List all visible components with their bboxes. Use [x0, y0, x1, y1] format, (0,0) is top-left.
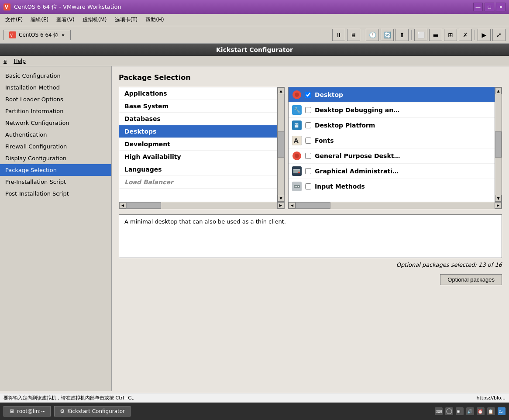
detail-hscroll-left[interactable]: ◀	[289, 202, 296, 209]
pkg-detail-debugging[interactable]: 🔧 Desktop Debugging an…	[289, 103, 495, 118]
pkg-detail-hscrollbar[interactable]: ◀ ▶	[289, 202, 502, 209]
pkg-high-availability[interactable]: High Availability	[119, 151, 277, 163]
close-button[interactable]: ✕	[496, 3, 506, 11]
detail-hscroll-space	[330, 202, 495, 209]
detail-hscroll-right[interactable]: ▶	[495, 202, 502, 209]
tray-icon-1: ⌨	[435, 407, 443, 415]
pkg-applications[interactable]: Applications	[119, 87, 277, 100]
toolbar-split-h[interactable]: ▬	[429, 29, 442, 41]
hscroll-thumb[interactable]	[126, 202, 161, 209]
pkg-development[interactable]: Development	[119, 138, 277, 151]
pkg-detail-desktop[interactable]: Desktop	[289, 87, 495, 103]
taskbar-terminal[interactable]: 🖥 root@lin:~	[3, 406, 51, 417]
pkg-load-balancer[interactable]: Load Balancer	[119, 176, 277, 189]
input-checkbox[interactable]	[305, 183, 311, 189]
svg-text:🗂: 🗂	[499, 409, 503, 414]
toolbar-clock[interactable]: 🕐	[366, 29, 379, 41]
hscroll-right-btn[interactable]: ▶	[277, 202, 284, 209]
pkg-detail-general[interactable]: General Purpose Deskt…	[289, 148, 495, 164]
fonts-checkbox[interactable]	[305, 138, 311, 144]
pkg-detail-platform[interactable]: 🖥 Desktop Platform	[289, 118, 495, 133]
tray-icon-6: 📋	[487, 407, 495, 415]
menu-tabs[interactable]: 选项卡(T)	[111, 15, 141, 24]
toolbar-split-v[interactable]: ⬜	[414, 29, 427, 41]
pkg-desktops[interactable]: Desktops	[119, 125, 277, 138]
right-panel: Package Selection Applications Base Syst…	[112, 66, 509, 391]
bottom-area: Optional packages selected: 13 of 16	[119, 262, 502, 268]
sidebar-item-package[interactable]: Package Selection	[0, 164, 111, 176]
detail-vscroll-thumb[interactable]	[495, 131, 502, 158]
toolbar-upload[interactable]: ⬆	[396, 29, 409, 41]
svg-point-19	[295, 154, 299, 158]
sidebar-item-firewall[interactable]: Firewall Configuration	[0, 141, 111, 152]
vscroll-thumb[interactable]	[278, 131, 284, 158]
detail-vscroll-up[interactable]: ▲	[495, 87, 502, 94]
platform-checkbox[interactable]	[305, 122, 311, 128]
vm-tab[interactable]: V CentOS 6 64 位 ✕	[3, 30, 71, 40]
toolbar-grid[interactable]: ⊞	[444, 29, 457, 41]
app-menu-help[interactable]: Help	[14, 58, 25, 64]
pkg-general-label: General Purpose Deskt…	[315, 152, 400, 159]
svg-text:🔊: 🔊	[467, 409, 473, 414]
hscroll-space	[161, 202, 277, 209]
minimize-button[interactable]: —	[473, 3, 483, 11]
toolbar-pause[interactable]: ⏸	[332, 29, 345, 41]
toolbar-refresh[interactable]: 🔄	[381, 29, 394, 41]
pkg-detail-input[interactable]: Input Methods	[289, 179, 495, 194]
taskbar-configurator[interactable]: ⚙ Kickstart Configurator	[54, 406, 131, 417]
desktop-checkbox[interactable]	[305, 92, 311, 98]
detail-vscroll-down[interactable]: ▼	[495, 195, 502, 202]
debugging-checkbox[interactable]	[305, 107, 311, 113]
package-list: Applications Base System Databases Deskt…	[119, 87, 277, 202]
hscroll-left-btn[interactable]: ◀	[119, 202, 126, 209]
package-area: Applications Base System Databases Deskt…	[119, 87, 502, 209]
vscroll-down-btn[interactable]: ▼	[278, 195, 284, 202]
toolbar-fullscreen[interactable]: ⤢	[492, 29, 506, 41]
general-checkbox[interactable]	[305, 153, 311, 159]
pkg-fonts-label: Fonts	[315, 137, 334, 144]
tab-close-button[interactable]: ✕	[61, 33, 65, 38]
toolbar-sep3	[475, 30, 475, 40]
pkg-list-vscrollbar[interactable]: ▲ ▼	[277, 87, 284, 202]
svg-text:V: V	[10, 33, 13, 38]
pkg-base-system[interactable]: Base System	[119, 100, 277, 113]
sidebar-item-boot-loader[interactable]: Boot Loader Options	[0, 93, 111, 105]
toolbar-terminal[interactable]: ▶	[478, 29, 491, 41]
sidebar-item-post-script[interactable]: Post-Installation Script	[0, 188, 111, 200]
detail-vscroll-top	[495, 94, 502, 131]
menu-vm[interactable]: 虚拟机(M)	[79, 15, 110, 24]
svg-text:🖥: 🖥	[293, 122, 299, 129]
pkg-detail-graphical[interactable]: Graphical Administrati…	[289, 164, 495, 179]
maximize-button[interactable]: □	[485, 3, 494, 11]
sidebar-item-partition[interactable]: Partition Information	[0, 105, 111, 117]
sidebar-item-display[interactable]: Display Configuration	[0, 152, 111, 164]
sidebar-item-pre-script[interactable]: Pre-Installation Script	[0, 176, 111, 188]
toolbar-monitor[interactable]: 🖥	[347, 29, 360, 41]
optional-packages-button[interactable]: Optional packages	[440, 274, 502, 285]
vscroll-up-btn[interactable]: ▲	[278, 87, 284, 94]
graphical-admin-icon	[292, 166, 302, 176]
graphical-checkbox[interactable]	[305, 168, 311, 174]
pkg-databases[interactable]: Databases	[119, 113, 277, 125]
svg-point-23	[298, 172, 300, 173]
tray-icon-7: 🗂	[498, 407, 506, 415]
sidebar-item-network[interactable]: Network Configuration	[0, 117, 111, 129]
sidebar-item-install-method[interactable]: Installation Method	[0, 82, 111, 93]
detail-hscroll-thumb[interactable]	[296, 202, 330, 209]
vscroll-space-bottom	[278, 158, 284, 195]
menu-help[interactable]: 帮助(H)	[142, 15, 167, 24]
pkg-list-hscrollbar[interactable]: ◀ ▶	[119, 202, 284, 209]
sidebar-item-auth[interactable]: Authentication	[0, 129, 111, 141]
pkg-detail-fonts[interactable]: A Fonts	[289, 133, 495, 148]
toolbar-x[interactable]: ✗	[459, 29, 472, 41]
menu-view[interactable]: 查看(V)	[53, 15, 78, 24]
menu-file[interactable]: 文件(F)	[2, 15, 26, 24]
vm-tab-label: CentOS 6 64 位	[19, 31, 58, 39]
app-window: Kickstart Configurator e Help Basic Conf…	[0, 44, 509, 393]
pkg-detail-vscrollbar[interactable]: ▲ ▼	[495, 87, 502, 202]
pkg-languages[interactable]: Languages	[119, 163, 277, 176]
sidebar-item-basic-config[interactable]: Basic Configuration	[0, 70, 111, 82]
svg-text:🔧: 🔧	[294, 107, 301, 114]
app-menu-e[interactable]: e	[3, 58, 7, 64]
menu-edit[interactable]: 编辑(E)	[27, 15, 52, 24]
